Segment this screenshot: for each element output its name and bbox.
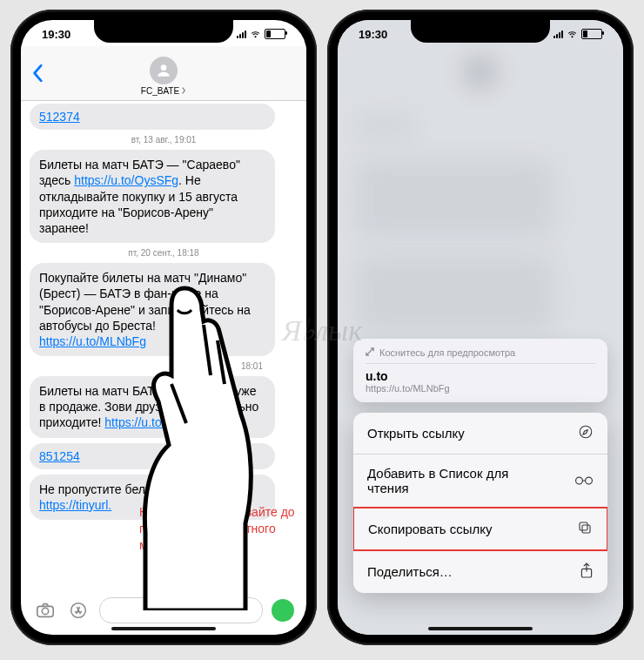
- sms-link[interactable]: https://u.to/r6d9Fg: [104, 415, 204, 429]
- message-text: Не пропустите белорусское ": [39, 482, 204, 496]
- preview-hint-text: Коснитесь для предпросмотра: [379, 347, 515, 358]
- message-bubble[interactable]: 512374: [30, 104, 275, 130]
- svg-point-1: [161, 64, 167, 71]
- sms-link[interactable]: 512374: [39, 110, 80, 124]
- sms-link[interactable]: https://tinyurl.: [39, 498, 111, 512]
- notch: [94, 20, 233, 43]
- screen-right: 19:30: [338, 20, 623, 635]
- menu-item-label: Открыть ссылку: [367, 426, 465, 441]
- notch: [411, 20, 550, 43]
- sms-link[interactable]: https://u.to/OysSFg: [74, 173, 178, 187]
- compose-bar: [21, 595, 306, 626]
- camera-button[interactable]: [33, 598, 57, 623]
- preview-title: u.to: [366, 369, 595, 383]
- compass-icon: [578, 424, 594, 442]
- battery-icon: [265, 29, 285, 39]
- menu-copy-link[interactable]: Скопировать ссылку: [353, 507, 607, 551]
- svg-point-0: [255, 36, 256, 37]
- back-button[interactable]: [31, 64, 45, 86]
- nav-bar: FC_BATE: [21, 46, 306, 101]
- svg-point-5: [572, 36, 573, 37]
- svg-rect-10: [580, 522, 587, 530]
- contact-name: FC_BATE: [141, 86, 179, 96]
- svg-point-6: [580, 426, 592, 438]
- signal-icon: [553, 30, 563, 38]
- expand-icon: [366, 347, 374, 358]
- home-indicator[interactable]: [111, 627, 216, 630]
- menu-item-label: Поделиться…: [367, 564, 453, 579]
- appstore-button[interactable]: [66, 598, 91, 623]
- battery-icon: [581, 29, 602, 39]
- avatar-icon: [150, 57, 178, 84]
- message-bubble[interactable]: Билеты на матч БАТЭ — "Гомель" уже в про…: [30, 376, 275, 438]
- message-text: Покупайте билеты на матч "Динамо" (Брест…: [39, 271, 251, 333]
- timestamp: 18:01: [30, 361, 298, 371]
- menu-reading-list[interactable]: Добавить в Список для чтения: [353, 455, 607, 508]
- svg-point-3: [42, 608, 48, 614]
- menu-item-label: Добавить в Список для чтения: [367, 466, 550, 495]
- message-bubble[interactable]: Покупайте билеты на матч "Динамо" (Брест…: [30, 263, 275, 356]
- message-bubble[interactable]: Не пропустите белорусское "https://tinyu…: [30, 475, 275, 520]
- menu-share[interactable]: Поделиться…: [353, 550, 607, 593]
- svg-rect-9: [582, 525, 590, 533]
- status-time: 19:30: [42, 28, 70, 41]
- signal-icon: [237, 30, 246, 38]
- wifi-icon: [567, 29, 578, 40]
- home-indicator[interactable]: [428, 627, 533, 630]
- link-preview-card[interactable]: Коснитесь для предпросмотра u.to https:/…: [353, 339, 607, 402]
- share-icon: [580, 562, 594, 582]
- preview-url: https://u.to/MLNbFg: [366, 383, 595, 394]
- message-bubble[interactable]: Билеты на матч БАТЭ — "Сараево" здесь ht…: [30, 150, 275, 243]
- sms-link[interactable]: 851254: [39, 449, 80, 463]
- menu-item-label: Скопировать ссылку: [368, 522, 493, 536]
- status-time: 19:30: [359, 28, 387, 41]
- wifi-icon: [250, 29, 261, 40]
- messages-list[interactable]: 512374 вт, 13 авг., 19:01 Билеты на матч…: [21, 100, 306, 593]
- contact-header[interactable]: FC_BATE: [141, 57, 186, 96]
- glasses-icon: [574, 474, 594, 488]
- svg-point-8: [586, 477, 593, 484]
- phone-right: 19:30: [327, 10, 634, 645]
- menu-open-link[interactable]: Открыть ссылку: [353, 413, 607, 455]
- screen-left: 19:30 FC_BATE: [21, 20, 306, 635]
- context-menu: Открыть ссылку Добавить в Список для чте…: [353, 413, 607, 593]
- phone-left: 19:30 FC_BATE: [10, 10, 317, 645]
- sms-link[interactable]: https://u.to/MLNbFg: [39, 334, 146, 348]
- message-input[interactable]: [99, 597, 263, 623]
- copy-icon: [577, 520, 593, 538]
- svg-point-7: [576, 477, 583, 484]
- timestamp: пт, 20 сент., 18:18: [30, 248, 298, 258]
- message-bubble[interactable]: 851254: [30, 443, 275, 469]
- send-button[interactable]: [272, 599, 294, 622]
- timestamp: вт, 13 авг., 19:01: [30, 135, 298, 145]
- context-menu-sheet: Коснитесь для предпросмотра u.to https:/…: [353, 339, 607, 593]
